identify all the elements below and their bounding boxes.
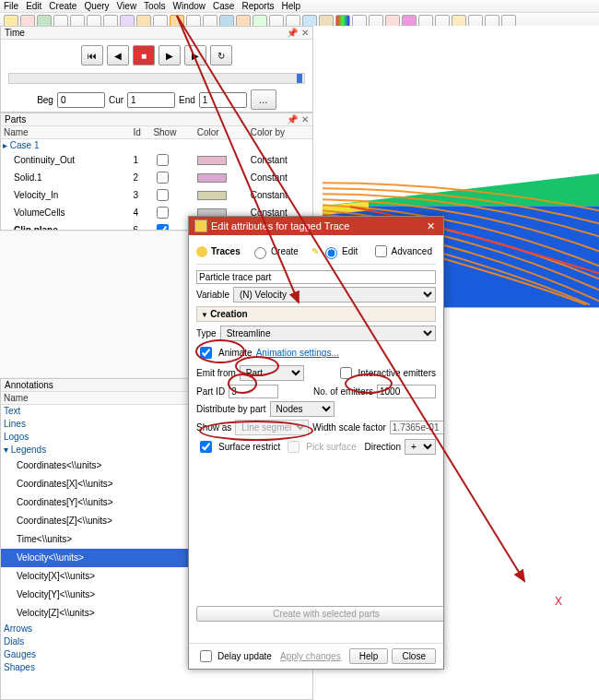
type-label: Type [196,328,217,338]
cur-input[interactable] [127,92,175,108]
help-button[interactable]: Help [349,648,389,664]
create-label: Create [271,246,299,256]
animate-label: Animate [218,348,253,358]
width-input [390,421,443,434]
show-checkbox[interactable] [157,154,169,166]
edit-icon: ✎ [311,246,319,256]
time-panel: Time 📌✕ ⏮ ◀ ■ ▶ ▶ ↻ Beg Cur End … [0,26,313,113]
advanced-checkbox[interactable] [375,245,387,257]
col-show[interactable]: Show [150,126,194,139]
animate-checkbox[interactable] [200,347,212,359]
dialog-title: Edit attributes for tagged Trace [211,220,349,231]
traces-tab[interactable]: Traces [211,246,241,256]
part-id-label: Part ID [196,386,225,397]
menu-tools[interactable]: Tools [144,1,165,11]
no-emitters-input[interactable] [377,385,436,398]
menu-edit[interactable]: Edit [26,1,41,11]
show-checkbox[interactable] [157,224,169,231]
dialog-icon [194,219,207,232]
more-button[interactable]: … [251,89,276,110]
animation-settings-link[interactable]: Animation settings... [256,348,339,358]
dialog-titlebar[interactable]: Edit attributes for tagged Trace ✕ [189,217,443,235]
end-label: End [179,95,195,105]
menu-window[interactable]: Window [172,1,206,11]
menu-case[interactable]: Case [213,1,234,11]
annotations-panel-title: Annotations [5,380,53,390]
close-icon[interactable]: ✕ [301,28,309,38]
col-id[interactable]: Id [130,126,150,139]
show-as-select[interactable]: Line segments [235,420,309,435]
pick-surface-label: Pick surface [306,442,356,452]
step-forward-button[interactable]: ▶ [184,45,206,65]
interactive-emitters-checkbox[interactable] [340,367,352,379]
part-name-input[interactable] [196,270,436,284]
menu-reports[interactable]: Reports [241,1,274,11]
delay-update-label: Delay update [217,651,272,661]
create-radio[interactable] [254,247,266,259]
beg-label: Beg [37,95,53,105]
cur-label: Cur [109,95,123,105]
parts-panel-title: Parts [5,114,26,125]
edit-label: Edit [342,246,358,256]
play-button[interactable]: ▶ [159,45,181,65]
distribute-label: Distribute by part [196,404,266,414]
create-with-selected-button[interactable]: Create with selected parts [196,606,443,622]
apply-changes-link[interactable]: Apply changes [280,651,341,661]
type-select[interactable]: Streamline [220,326,436,341]
menu-view[interactable]: View [117,1,137,11]
delay-update-checkbox[interactable] [200,650,212,662]
time-panel-title: Time [5,28,25,38]
axis-x-label: X [555,595,562,608]
pin-icon[interactable]: 📌 [287,114,298,125]
width-label: Width scale factor [312,422,385,433]
traces-tab-icon [196,246,207,257]
pick-surface-checkbox [288,441,300,453]
loop-button[interactable]: ↻ [210,45,232,65]
parts-row[interactable]: Solid.12Constant [1,169,312,186]
distribute-select[interactable]: Nodes [270,401,335,417]
menu-create[interactable]: Create [49,1,76,11]
step-back-button[interactable]: ◀ [107,45,129,65]
part-id-input[interactable] [229,385,278,398]
skip-back-button[interactable]: ⏮ [81,45,103,65]
emit-from-label: Emit from [196,368,236,378]
show-as-label: Show as [196,422,231,433]
emit-from-select[interactable]: Part [240,365,304,381]
parts-row[interactable]: Continuity_Out1Constant [1,151,312,169]
edit-trace-dialog: Edit attributes for tagged Trace ✕ Trace… [188,216,444,670]
beg-input[interactable] [57,92,105,108]
parts-row[interactable]: Velocity_In3Constant [1,186,312,204]
direction-label: Direction [365,442,401,452]
advanced-label: Advanced [392,246,432,256]
end-input[interactable] [199,92,247,108]
pin-icon[interactable]: 📌 [287,28,298,38]
edit-radio[interactable] [325,247,337,259]
show-checkbox[interactable] [157,207,169,219]
time-slider[interactable] [8,73,305,84]
show-checkbox[interactable] [157,172,169,184]
close-icon[interactable]: ✕ [301,114,309,125]
menu-query[interactable]: Query [84,1,109,11]
show-checkbox[interactable] [157,189,169,201]
col-name[interactable]: Name [1,126,130,139]
col-color[interactable]: Color [194,126,248,139]
menu-help[interactable]: Help [281,1,300,11]
menubar[interactable]: File Edit Create Query View Tools Window… [0,0,599,13]
creation-section[interactable]: Creation [196,306,436,322]
dialog-close-button[interactable]: ✕ [423,220,438,232]
stop-button[interactable]: ■ [133,45,155,65]
close-button[interactable]: Close [392,648,436,664]
parts-panel: Parts 📌✕ Name Id Show Color Color by ▸ C… [0,113,313,231]
surface-restrict-label: Surface restrict [218,442,280,452]
surface-restrict-checkbox[interactable] [200,441,212,453]
direction-select[interactable]: + [405,439,436,455]
no-emitters-label: No. of emitters [313,386,373,397]
menu-file[interactable]: File [4,1,18,11]
interactive-emitters-label: Interactive emitters [358,368,436,378]
col-colorby[interactable]: Color by [248,126,312,139]
variable-select[interactable]: (N) Velocity [233,287,436,303]
variable-label: Variable [196,290,229,300]
